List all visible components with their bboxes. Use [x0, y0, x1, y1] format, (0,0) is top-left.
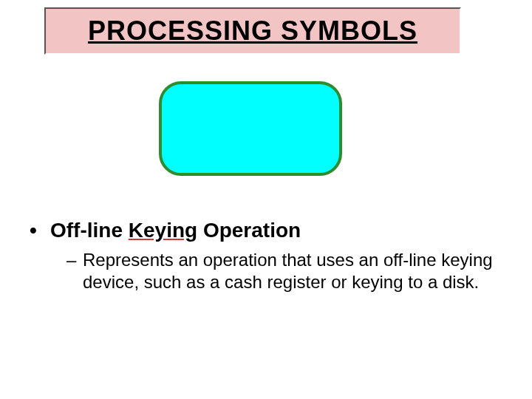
- content-block: • Off-line Keying Operation – Represents…: [30, 218, 502, 293]
- bullet-text: Off-line Keying Operation: [50, 218, 301, 243]
- bullet-marker: •: [30, 218, 50, 243]
- slide: PROCESSING SYMBOLS • Off-line Keying Ope…: [0, 0, 532, 399]
- slide-title: PROCESSING SYMBOLS: [88, 16, 417, 47]
- bullet-text-post: Operation: [197, 219, 301, 242]
- bullet-level-1: • Off-line Keying Operation: [30, 218, 502, 243]
- subbullet-text: Represents an operation that uses an off…: [83, 249, 497, 293]
- subbullet-marker: –: [66, 249, 83, 271]
- bullet-text-pre: Off-line: [50, 219, 129, 242]
- bullet-text-keyword: Keying: [129, 219, 197, 242]
- bullet-level-2: – Represents an operation that uses an o…: [66, 249, 502, 293]
- rounded-rectangle-symbol: [159, 81, 342, 176]
- title-box: PROCESSING SYMBOLS: [44, 7, 461, 55]
